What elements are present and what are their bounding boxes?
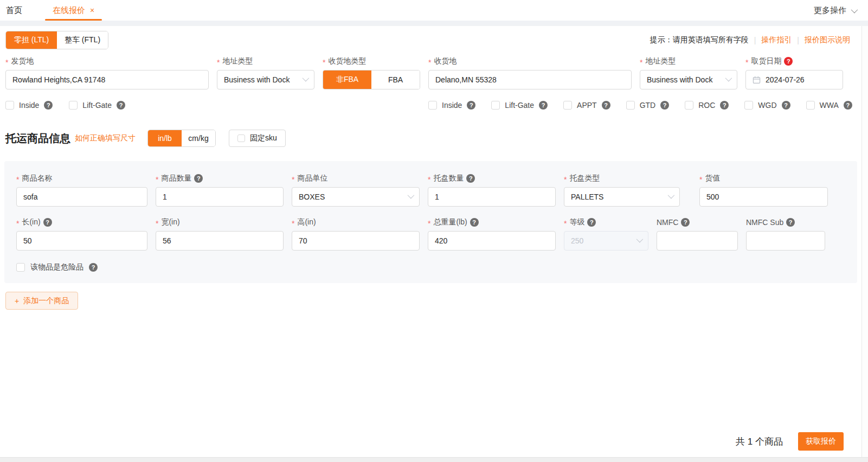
chevron-down-icon [725, 75, 732, 82]
pickup-date-input[interactable]: 2024-07-26 [745, 70, 843, 89]
more-actions-menu[interactable]: 更多操作 [808, 0, 868, 21]
unit-metric-button[interactable]: cm/kg [182, 130, 215, 146]
operation-guide-link[interactable]: 操作指引 [761, 35, 792, 45]
top-tab-bar: 首页 在线报价 × 更多操作 [0, 0, 868, 21]
product-name-input[interactable] [16, 187, 147, 207]
pickup-date-label: 取货日期 [751, 56, 781, 66]
chevron-down-icon [408, 192, 415, 199]
required-marker: * [5, 58, 8, 67]
required-marker: * [292, 219, 294, 228]
required-marker: * [156, 175, 158, 184]
pallet-type-label: 托盘类型 [569, 174, 600, 183]
help-icon[interactable]: ? [784, 57, 793, 66]
help-icon[interactable]: ? [602, 101, 610, 110]
destination-label: 收货地 [434, 56, 456, 66]
non-fba-button[interactable]: 非FBA [323, 70, 371, 89]
origin-service-liftgate: Lift-Gate ? [69, 101, 125, 110]
freight-class-label-row: * 等级 ? [564, 218, 648, 227]
origin-label-row: * 发货地 [5, 57, 209, 66]
dest-address-type-select[interactable]: Business with Dock [640, 70, 737, 89]
help-icon[interactable]: ? [44, 101, 53, 110]
unit-imperial-button[interactable]: in/lb [148, 130, 182, 146]
tab-home[interactable]: 首页 [0, 0, 29, 21]
height-field: * 高(in) [292, 218, 420, 251]
pallet-type-value: PALLETS [571, 193, 603, 201]
service-label: WGD [758, 101, 776, 110]
fixed-sku-option[interactable]: 固定sku [229, 130, 286, 147]
length-input[interactable] [16, 231, 147, 251]
product-name-label: 商品名称 [22, 174, 52, 183]
checkbox[interactable] [563, 101, 572, 110]
freight-class-label: 等级 [569, 217, 584, 227]
pallet-qty-label: 托盘数量 [433, 174, 464, 183]
help-icon[interactable]: ? [466, 174, 475, 183]
nmfc-input[interactable] [657, 231, 738, 251]
checkbox[interactable] [806, 101, 815, 110]
height-input[interactable] [292, 231, 420, 251]
product-card: * 商品名称 * 商品数量 ? * 商品单位 BOXES [4, 161, 857, 283]
dest-address-type-label: 地址类型 [645, 56, 676, 66]
checkbox[interactable] [5, 101, 14, 110]
chevron-down-icon [636, 236, 644, 243]
dimension-help-link[interactable]: 如何正确填写尺寸 [75, 133, 136, 143]
help-icon[interactable]: ? [43, 218, 52, 227]
checkbox[interactable] [491, 101, 500, 110]
width-label-row: * 宽(in) [156, 218, 284, 227]
help-icon[interactable]: ? [470, 218, 479, 227]
help-icon[interactable]: ? [539, 101, 548, 110]
cargo-value-input[interactable] [699, 187, 828, 207]
divider: | [797, 36, 799, 44]
origin-service-inside: Inside ? [5, 101, 53, 110]
mode-ltl-button[interactable]: 零担 (LTL) [6, 31, 57, 49]
help-icon[interactable]: ? [587, 218, 596, 227]
pallet-qty-field: * 托盘数量 ? [428, 174, 556, 207]
checkbox[interactable] [428, 101, 437, 110]
origin-address-type-value: Business with Dock [224, 75, 290, 84]
required-marker: * [428, 58, 431, 67]
help-icon[interactable]: ? [786, 218, 795, 227]
width-input[interactable] [156, 231, 284, 251]
product-quantity-input[interactable] [156, 187, 284, 207]
add-product-button[interactable]: + 添加一个商品 [5, 292, 78, 310]
product-unit-select[interactable]: BOXES [292, 187, 420, 207]
service-label: Inside [442, 101, 462, 110]
mode-ftl-button[interactable]: 整车 (FTL) [57, 31, 108, 49]
destination-input[interactable] [428, 70, 632, 89]
required-marker: * [564, 219, 567, 228]
weight-input[interactable] [428, 231, 556, 251]
checkbox[interactable] [69, 101, 78, 110]
help-icon[interactable]: ? [844, 101, 852, 110]
checkbox[interactable] [237, 134, 245, 142]
help-icon[interactable]: ? [660, 101, 669, 110]
nmfc-sub-input[interactable] [746, 231, 825, 251]
service-label: APPT [577, 101, 597, 110]
checkbox[interactable] [16, 263, 25, 272]
fba-button[interactable]: FBA [371, 70, 420, 89]
pallet-qty-input[interactable] [428, 187, 556, 207]
origin-services: Inside ? Lift-Gate ? [5, 101, 428, 110]
help-icon[interactable]: ? [117, 101, 125, 110]
cargo-section-header: 托运商品信息 如何正确填写尺寸 in/lb cm/kg 固定sku [0, 130, 868, 147]
help-icon[interactable]: ? [467, 101, 475, 110]
help-icon[interactable]: ? [89, 263, 98, 272]
origin-address-type-select[interactable]: Business with Dock [217, 70, 314, 89]
pallet-type-select[interactable]: PALLETS [564, 187, 680, 207]
service-label: Lift-Gate [505, 101, 534, 110]
checkbox[interactable] [685, 101, 693, 110]
scrollbar-track[interactable] [861, 26, 868, 457]
total-product-count: 共 1 个商品 [736, 435, 783, 448]
origin-input[interactable] [5, 70, 209, 89]
dest-address-type-value: Business with Dock [647, 75, 712, 84]
help-icon[interactable]: ? [681, 218, 690, 227]
get-quote-button[interactable]: 获取报价 [798, 432, 844, 451]
help-icon[interactable]: ? [720, 101, 729, 110]
checkbox[interactable] [744, 101, 753, 110]
dest-type-label: 收货地类型 [328, 56, 366, 66]
close-icon[interactable]: × [90, 6, 94, 15]
tab-home-label: 首页 [6, 5, 22, 16]
help-icon[interactable]: ? [194, 174, 203, 183]
quote-demo-link[interactable]: 报价图示说明 [805, 35, 850, 45]
help-icon[interactable]: ? [782, 101, 790, 110]
checkbox[interactable] [626, 101, 635, 110]
tab-online-quote[interactable]: 在线报价 × [43, 0, 104, 21]
